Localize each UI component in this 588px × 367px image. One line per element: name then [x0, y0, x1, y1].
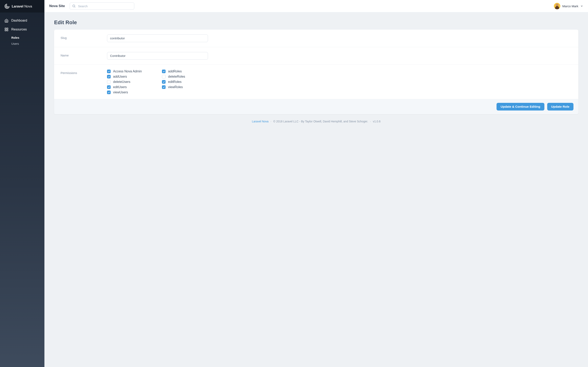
search-input[interactable]: [70, 2, 134, 10]
checkbox-label: viewUsers: [113, 91, 128, 94]
permission-checkbox[interactable]: viewRoles: [162, 85, 185, 89]
checkbox-label: deleteUsers: [113, 80, 130, 84]
row-permissions: Permissions Access Nova AdminaddUsersdel…: [54, 65, 578, 99]
label-name: Name: [61, 52, 107, 60]
search-wrap: [70, 2, 134, 10]
checkbox-label: editUsers: [113, 85, 127, 89]
checkbox-icon: [162, 85, 165, 89]
svg-rect-0: [5, 28, 6, 29]
checkbox-icon: [107, 85, 111, 89]
form-card: Slug Name Permissions Access Nova Admina…: [54, 30, 578, 114]
permission-checkbox[interactable]: deleteUsers: [107, 80, 142, 84]
card-actions: Update & Continue Editing Update Role: [54, 99, 578, 114]
label-slug: Slug: [61, 34, 107, 42]
checkbox-icon: [107, 91, 111, 94]
permissions-col-2: addRolesdeleteRoleseditRolesviewRoles: [162, 70, 185, 94]
checkbox-icon: [162, 70, 165, 73]
sidebar-item-users[interactable]: Users: [11, 41, 44, 47]
permission-checkbox[interactable]: viewUsers: [107, 91, 142, 94]
sidebar: Laravel Nova Dashboard Resources Roles U…: [0, 0, 44, 367]
permission-checkbox[interactable]: editUsers: [107, 85, 142, 89]
permissions-columns: Access Nova AdminaddUsersdeleteUsersedit…: [107, 70, 572, 94]
main: Nova Site Marco Mark Edit Role Slug: [44, 0, 588, 367]
checkbox-icon: [107, 80, 111, 84]
logo-text: Laravel Nova: [12, 4, 32, 8]
svg-point-4: [73, 5, 75, 7]
footer-copyright: © 2018 Laravel LLC - By Taylor Otwell, D…: [273, 120, 368, 123]
checkbox-label: editRoles: [168, 80, 182, 84]
user-name: Marco Mark: [562, 4, 578, 8]
grid-icon: [4, 27, 9, 32]
checkbox-label: viewRoles: [168, 85, 183, 89]
row-name: Name: [54, 47, 578, 65]
nav-resources[interactable]: Resources: [0, 25, 44, 34]
permission-checkbox[interactable]: editRoles: [162, 80, 185, 84]
checkbox-label: addRoles: [168, 70, 182, 73]
content: Edit Role Slug Name Permissions Access N…: [44, 12, 588, 367]
avatar: [554, 3, 560, 9]
user-menu[interactable]: Marco Mark: [554, 3, 583, 9]
svg-rect-1: [7, 28, 8, 29]
sidebar-item-roles[interactable]: Roles: [11, 35, 44, 41]
update-continue-button[interactable]: Update & Continue Editing: [497, 103, 544, 110]
logo-icon: [4, 4, 10, 9]
nav-dashboard[interactable]: Dashboard: [0, 16, 44, 25]
permission-checkbox[interactable]: Access Nova Admin: [107, 70, 142, 73]
nav-resources-label: Resources: [11, 28, 27, 31]
permission-checkbox[interactable]: addRoles: [162, 70, 185, 73]
permission-checkbox[interactable]: addUsers: [107, 75, 142, 78]
checkbox-label: deleteRoles: [168, 75, 185, 78]
checkbox-label: Access Nova Admin: [113, 70, 142, 73]
checkbox-icon: [162, 75, 165, 78]
site-name: Nova Site: [49, 4, 65, 8]
sidebar-nav: Dashboard Resources Roles Users: [0, 13, 44, 51]
row-slug: Slug: [54, 30, 578, 47]
svg-rect-2: [5, 30, 6, 31]
svg-rect-3: [7, 30, 8, 31]
checkbox-icon: [107, 75, 111, 78]
permissions-col-1: Access Nova AdminaddUsersdeleteUsersedit…: [107, 70, 142, 94]
permission-checkbox[interactable]: deleteRoles: [162, 75, 185, 78]
nav-dashboard-label: Dashboard: [11, 19, 27, 22]
footer-link[interactable]: Laravel Nova: [252, 120, 268, 123]
topbar: Nova Site Marco Mark: [44, 0, 588, 12]
checkbox-icon: [107, 70, 111, 73]
sidebar-header: Laravel Nova: [0, 0, 44, 13]
svg-line-5: [75, 7, 75, 7]
home-icon: [4, 18, 9, 23]
label-permissions: Permissions: [61, 70, 107, 94]
name-input[interactable]: [107, 52, 208, 60]
update-button[interactable]: Update Role: [547, 103, 573, 110]
checkbox-label: addUsers: [113, 75, 127, 78]
footer-version: v1.0.6: [373, 120, 380, 123]
page-title: Edit Role: [54, 19, 578, 26]
chevron-down-icon: [580, 5, 583, 8]
nav-resources-sub: Roles Users: [0, 34, 44, 48]
slug-input[interactable]: [107, 34, 208, 42]
checkbox-icon: [162, 80, 165, 84]
footer: Laravel Nova · © 2018 Laravel LLC - By T…: [54, 114, 578, 129]
search-icon: [72, 4, 76, 8]
